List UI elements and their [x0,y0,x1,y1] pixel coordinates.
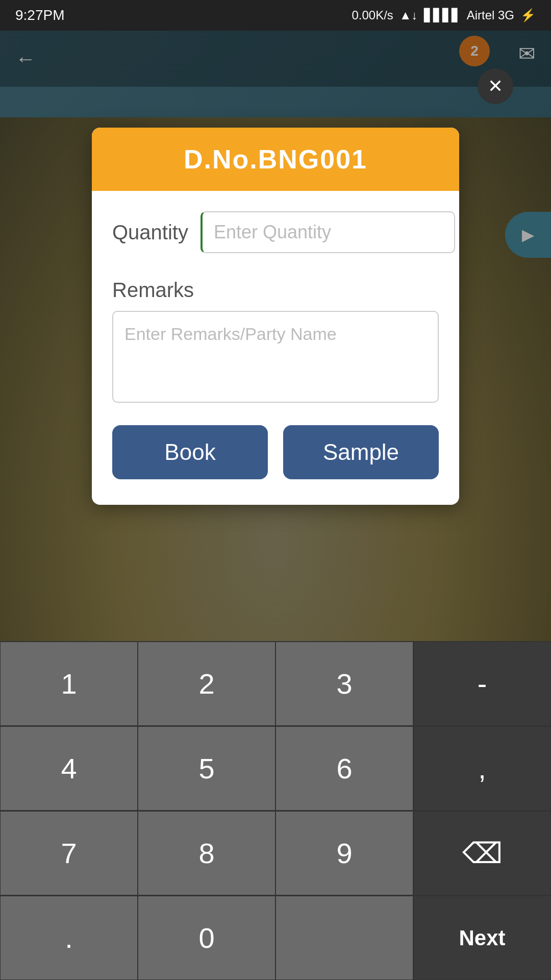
key-comma[interactable]: , [413,726,551,811]
network-speed: 0.00K/s [352,8,393,22]
key-0[interactable]: 0 [138,896,276,980]
quantity-row: Quantity [112,211,439,253]
numeric-keyboard: 1 2 3 - 4 5 6 , 7 8 9 ⌫ . 0 Next [0,641,551,980]
modal-title: D.No.BNG001 [102,144,449,175]
remarks-label: Remarks [112,279,439,302]
battery-icon: ⚡ [520,8,536,22]
key-4[interactable]: 4 [0,726,138,811]
quantity-input[interactable] [201,211,455,253]
modal-header: D.No.BNG001 [92,128,459,191]
key-3[interactable]: 3 [276,642,413,726]
key-7[interactable]: 7 [0,811,138,895]
key-5[interactable]: 5 [138,726,276,811]
key-dot[interactable]: . [0,896,138,980]
modal-body: Quantity Remarks Book Sample [92,191,459,505]
remarks-input[interactable] [112,311,439,403]
keyboard-row-3: 7 8 9 ⌫ [0,811,551,895]
signal-icon: ▲↓ [399,8,418,22]
keyboard-row-1: 1 2 3 - [0,641,551,726]
book-button[interactable]: Book [112,425,268,479]
next-button[interactable]: Next [413,896,551,980]
carrier-label: Airtel 3G [467,8,514,22]
action-buttons: Book Sample [112,425,439,479]
time-display: 9:27PM [15,7,65,23]
keyboard-row-4: . 0 Next [0,895,551,980]
sample-button[interactable]: Sample [283,425,439,479]
key-8[interactable]: 8 [138,811,276,895]
status-bar: 9:27PM 0.00K/s ▲↓ ▋▋▋▋ Airtel 3G ⚡ [0,0,551,31]
key-2[interactable]: 2 [138,642,276,726]
key-space[interactable] [276,896,413,980]
key-9[interactable]: 9 [276,811,413,895]
key-1[interactable]: 1 [0,642,138,726]
status-right: 0.00K/s ▲↓ ▋▋▋▋ Airtel 3G ⚡ [352,8,536,22]
modal-dialog: D.No.BNG001 Quantity Remarks Book Sample [92,128,459,505]
key-6[interactable]: 6 [276,726,413,811]
key-dash[interactable]: - [413,642,551,726]
keyboard-row-2: 4 5 6 , [0,726,551,811]
close-button[interactable]: ✕ [478,68,513,104]
key-backspace[interactable]: ⌫ [413,811,551,895]
quantity-label: Quantity [112,221,188,244]
signal-bars-icon: ▋▋▋▋ [424,8,461,22]
